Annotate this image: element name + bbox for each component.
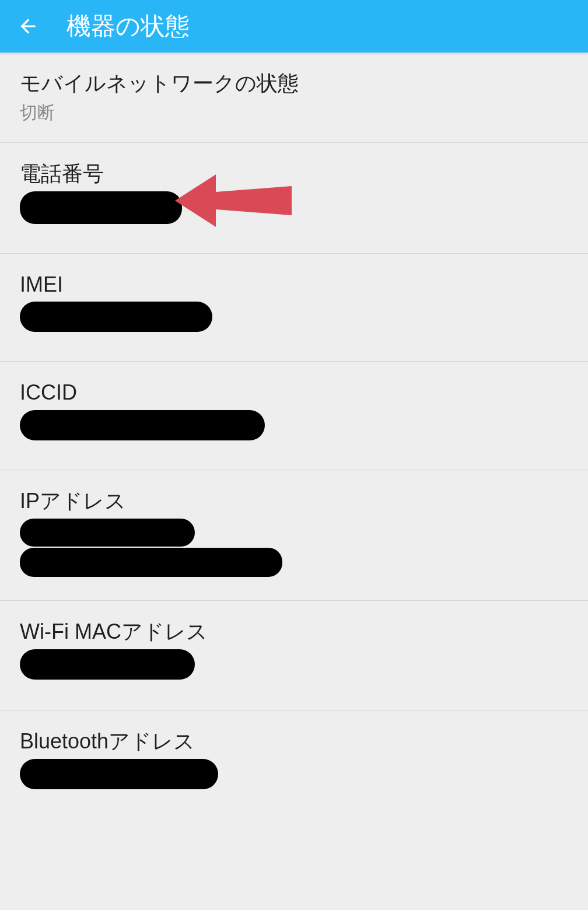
row-label: IPアドレス — [20, 488, 568, 515]
redacted-value — [20, 759, 568, 792]
redacted-value — [20, 191, 568, 226]
row-bluetooth[interactable]: Bluetoothアドレス — [0, 710, 588, 810]
back-arrow-icon[interactable] — [16, 15, 40, 38]
app-bar: 機器の状態 — [0, 0, 588, 52]
row-label: IMEI — [20, 271, 568, 299]
row-label: ICCID — [20, 379, 568, 407]
row-ip-address[interactable]: IPアドレス — [0, 470, 588, 601]
row-imei[interactable]: IMEI — [0, 254, 588, 362]
row-label: Bluetoothアドレス — [20, 728, 568, 755]
page-title: 機器の状態 — [66, 10, 190, 43]
status-list: モバイルネットワークの状態 切断 電話番号 IMEI ICCID IPアドレス … — [0, 52, 588, 810]
row-mobile-network-status[interactable]: モバイルネットワークの状態 切断 — [0, 52, 588, 143]
row-label: 電話番号 — [20, 160, 568, 188]
row-value: 切断 — [20, 101, 568, 124]
row-phone-number[interactable]: 電話番号 — [0, 143, 588, 254]
redacted-value — [20, 519, 568, 577]
redacted-value — [20, 649, 568, 682]
row-wifi-mac[interactable]: Wi-Fi MACアドレス — [0, 601, 588, 710]
row-label: Wi-Fi MACアドレス — [20, 618, 568, 646]
redacted-value — [20, 410, 568, 443]
row-iccid[interactable]: ICCID — [0, 362, 588, 470]
redacted-value — [20, 302, 568, 334]
row-label: モバイルネットワークの状態 — [20, 70, 568, 97]
